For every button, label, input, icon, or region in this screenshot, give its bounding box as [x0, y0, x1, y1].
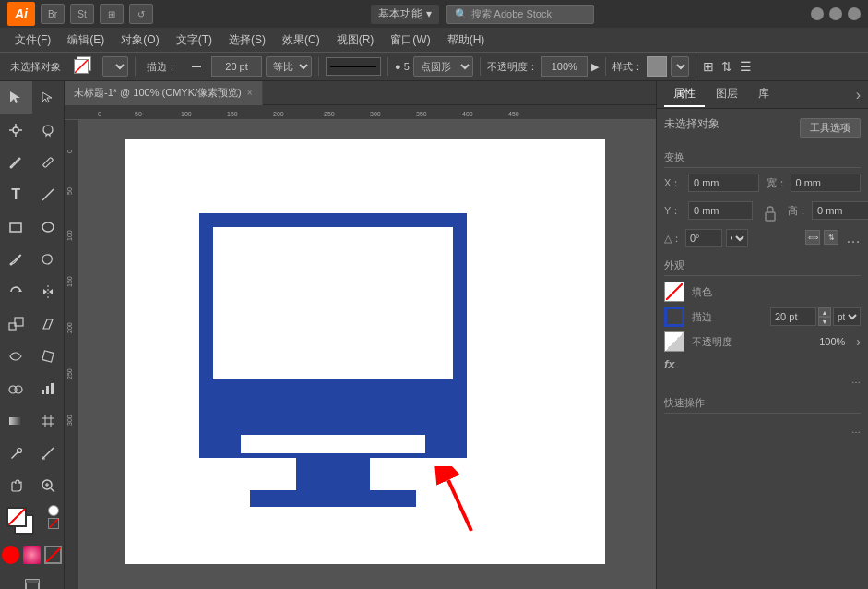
menu-effect[interactable]: 效果(C) [275, 30, 327, 51]
menu-window[interactable]: 窗口(W) [383, 30, 437, 51]
shear-tool[interactable] [32, 307, 65, 340]
select-tool[interactable] [0, 81, 32, 114]
color-mode-icon[interactable] [2, 546, 19, 564]
stroke-increment-button[interactable]: ▲ [818, 307, 831, 317]
fill-type-select[interactable] [102, 56, 128, 77]
rect-tool[interactable] [0, 210, 32, 243]
menu-help[interactable]: 帮助(H) [440, 30, 493, 51]
ellipse-tool[interactable] [32, 210, 65, 243]
tab-properties[interactable]: 属性 [664, 82, 705, 107]
screen-mode-row [0, 566, 64, 589]
stroke-swatch[interactable] [664, 307, 684, 327]
fill-color-swatch[interactable] [69, 54, 99, 79]
hand-tool[interactable] [0, 469, 32, 501]
free-transform-tool[interactable] [32, 340, 65, 372]
line-tool[interactable] [32, 178, 65, 210]
tab-layers[interactable]: 图层 [707, 82, 747, 107]
flip-horizontal-icon[interactable]: ⟺ [805, 230, 820, 245]
lasso-tool[interactable] [32, 114, 65, 146]
w-input[interactable] [791, 174, 862, 192]
bridge-icon[interactable]: Br [41, 4, 65, 24]
screen-mode-button[interactable] [14, 570, 51, 589]
workspace-selector[interactable]: 基本功能 ▾ [371, 5, 439, 24]
brush-shape-select[interactable]: 点圆形 [413, 56, 473, 77]
scale-tool[interactable] [0, 307, 32, 340]
opacity-swatch [664, 331, 684, 352]
stroke-scale-select[interactable]: 等比 [266, 56, 312, 77]
style-swatch[interactable] [647, 56, 667, 77]
menu-text[interactable]: 文字(T) [169, 30, 220, 51]
text-tool[interactable]: T [0, 178, 32, 210]
opacity-more-button[interactable]: › [856, 334, 861, 349]
shape-builder-tool[interactable] [0, 372, 32, 404]
toolbar-options-icon[interactable]: ☰ [740, 59, 752, 74]
stroke-spin-arrows: ▲ ▼ [818, 307, 831, 326]
angle-input[interactable] [685, 229, 722, 247]
magic-wand-tool[interactable] [0, 114, 32, 146]
canvas-content[interactable]: 050100 150200250 300350400 450 0 50 100 [65, 105, 656, 589]
appearance-more-icon[interactable]: … [664, 375, 861, 385]
transform-more-icon[interactable]: … [846, 230, 861, 246]
menu-object[interactable]: 对象(O) [113, 30, 166, 51]
reflect-tool[interactable] [32, 275, 65, 307]
document-tab[interactable]: 未标题-1* @ 100% (CMYK/像素预览) × [65, 81, 263, 105]
rotate-tool[interactable] [0, 275, 32, 307]
angle-dropdown[interactable]: ▾ [726, 229, 748, 247]
stroke-style-preview[interactable] [326, 57, 381, 76]
paintbrush-tool[interactable] [0, 243, 32, 275]
tab-close-button[interactable]: × [247, 88, 253, 98]
menu-file[interactable]: 文件(F) [7, 30, 58, 51]
x-input[interactable] [688, 174, 759, 192]
white-fill-icon[interactable] [48, 505, 59, 516]
maximize-button[interactable] [829, 7, 842, 20]
svg-text:400: 400 [462, 111, 473, 117]
pencil-tool[interactable] [32, 146, 65, 178]
pen-tool[interactable] [0, 146, 32, 178]
y-input[interactable] [688, 201, 753, 220]
style-select[interactable]: ▾ [671, 56, 689, 77]
stroke-decrement-button[interactable]: ▼ [818, 317, 831, 326]
gradient-tool[interactable] [0, 404, 32, 437]
minimize-button[interactable] [811, 7, 824, 20]
tools-panel: T [0, 81, 65, 589]
tool-options-button[interactable]: 工具选项 [800, 118, 861, 138]
opacity-input[interactable] [541, 56, 588, 77]
stroke-unit-dropdown[interactable]: pt▾ [833, 307, 861, 326]
direct-select-tool[interactable] [32, 81, 65, 114]
warp-tool[interactable] [0, 340, 32, 372]
blob-brush-tool[interactable] [32, 243, 65, 275]
stroke-size-input[interactable] [211, 56, 262, 77]
stroke-size-value[interactable] [770, 307, 816, 326]
quick-actions-more-icon[interactable]: … [664, 425, 861, 435]
opacity-more-icon[interactable]: ▶ [591, 61, 599, 73]
close-button[interactable] [848, 7, 861, 20]
w-row: 宽： [767, 174, 862, 192]
zoom-tool[interactable] [32, 469, 65, 501]
menu-select[interactable]: 选择(S) [221, 30, 273, 51]
rotate-icon[interactable]: ↺ [129, 4, 153, 24]
toolbar-more-icon[interactable]: ⊞ [703, 59, 714, 74]
swatches-icon[interactable] [23, 546, 41, 564]
chart-tool[interactable] [32, 372, 65, 404]
transform-lock-icon[interactable] [764, 205, 777, 222]
menu-edit[interactable]: 编辑(E) [60, 30, 112, 51]
svg-text:0: 0 [66, 150, 73, 153]
adobe-stock-search[interactable]: 🔍 搜索 Adobe Stock [446, 5, 594, 24]
fill-swatch[interactable] [664, 282, 684, 302]
stock-icon[interactable]: St [70, 4, 94, 24]
panel-collapse-icon[interactable]: › [856, 87, 861, 103]
measure-tool[interactable] [32, 437, 65, 469]
svg-text:100: 100 [181, 111, 192, 117]
tab-libraries[interactable]: 库 [749, 82, 779, 107]
menu-view[interactable]: 视图(R) [329, 30, 382, 51]
toolbar-arrange-icon[interactable]: ⇅ [721, 59, 732, 74]
mesh-tool[interactable] [32, 404, 65, 437]
eyedropper-tool[interactable] [0, 437, 32, 469]
h-input[interactable] [812, 201, 868, 220]
svg-text:50: 50 [135, 111, 142, 117]
no-fill-icon[interactable] [48, 518, 59, 529]
color-swatch-area[interactable] [5, 505, 42, 540]
flip-vertical-icon[interactable]: ⇅ [824, 230, 838, 245]
grid-icon[interactable]: ⊞ [100, 4, 124, 24]
fill-empty-icon[interactable] [44, 546, 62, 564]
